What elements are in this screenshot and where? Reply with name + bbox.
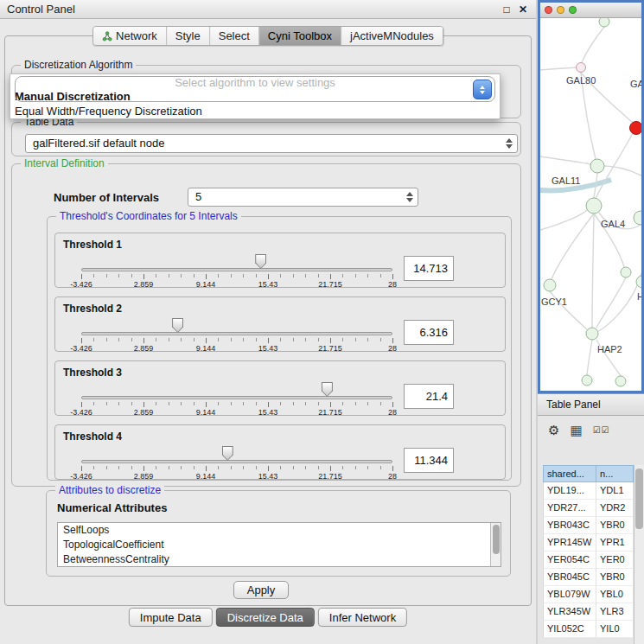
network-node[interactable] [544, 279, 556, 291]
network-edge[interactable] [582, 27, 604, 62]
table-cell: YPR1 [596, 534, 634, 552]
algorithm-option[interactable]: Manual Discretization [10, 89, 500, 104]
slider-thumb[interactable] [222, 446, 233, 461]
table-data-combo[interactable]: galFiltered.sif default node [25, 134, 518, 153]
apply-button[interactable]: Apply [233, 581, 289, 599]
threshold-3-value[interactable]: 21.4 [404, 384, 454, 409]
slider-track[interactable] [81, 268, 392, 271]
slider-thumb[interactable] [172, 318, 183, 333]
network-edge[interactable] [597, 273, 641, 332]
network-edge[interactable] [540, 156, 590, 164]
tab-label: Infer Network [329, 611, 396, 624]
slider-track[interactable] [81, 396, 392, 399]
table-row[interactable]: YBR043CYBR0 [543, 517, 644, 534]
table-row[interactable]: YBR045CYBR0 [543, 569, 644, 586]
threshold-3-slider[interactable]: -3.4262.8599.14415.4321.71528 [81, 361, 392, 417]
network-node[interactable] [586, 328, 598, 340]
table-row[interactable]: YPR145WYPR1 [543, 534, 644, 552]
network-edge[interactable] [604, 166, 641, 175]
threshold-1-value[interactable]: 14.713 [404, 256, 454, 281]
minimize-traffic-light[interactable] [557, 6, 564, 14]
tab-select[interactable]: Select [209, 27, 258, 45]
network-node[interactable] [586, 198, 602, 214]
slider-track[interactable] [81, 460, 392, 463]
table-header-row: shared...n... [543, 465, 644, 482]
network-edge[interactable] [540, 210, 587, 230]
list-item[interactable]: SelfLoops [58, 523, 501, 538]
table-cell: YDL1 [596, 482, 634, 500]
scrollbar-thumb[interactable] [493, 525, 500, 554]
algorithm-option[interactable]: Equal Width/Frequency Discretization [10, 104, 500, 118]
numerical-attributes-label: Numerical Attributes [57, 501, 167, 514]
network-edge[interactable] [540, 67, 576, 70]
list-item[interactable]: BetweennessCentrality [58, 552, 501, 567]
network-edge[interactable] [592, 214, 594, 328]
column-header[interactable]: n... [596, 465, 634, 482]
network-window-titlebar[interactable] [540, 3, 641, 18]
tab-label: Style [175, 29, 201, 42]
numerical-attributes-list[interactable]: SelfLoopsTopologicalCoefficientBetweenne… [57, 522, 501, 567]
bottom-tabbar: Impute DataDiscretize DataInfer Network [129, 608, 407, 627]
tab-jactivemnodules[interactable]: jActiveMNodules [341, 27, 443, 45]
threshold-2-value[interactable]: 6.316 [404, 320, 454, 345]
tab-infer-network[interactable]: Infer Network [318, 608, 407, 627]
slider-track[interactable] [81, 332, 392, 335]
num-intervals-combo[interactable]: 5 [188, 188, 418, 207]
table-scrollbar[interactable] [634, 465, 644, 644]
slider-thumb[interactable] [255, 254, 266, 269]
float-panel-icon[interactable]: □ [500, 0, 513, 19]
tab-label: Cyni Toolbox [268, 29, 332, 42]
network-edge[interactable] [552, 214, 594, 279]
threshold-4-value[interactable]: 11.344 [404, 448, 454, 473]
table-row[interactable]: YER054CYER0 [543, 552, 644, 569]
zoom-traffic-light[interactable] [569, 6, 577, 14]
thresholds-legend: Threshold's Coordinates for 5 Intervals [56, 210, 241, 222]
table-row[interactable]: YDL19...YDL1 [543, 482, 644, 500]
threshold-1-slider[interactable]: -3.4262.8599.14415.4321.71528 [81, 233, 392, 289]
network-node[interactable] [634, 211, 641, 225]
network-canvas[interactable]: GAL80GAGAL11GAL4GCY1HAP2H [540, 18, 641, 391]
close-panel-icon[interactable]: ✕ [516, 0, 530, 19]
table-rows: YDL19...YDL1YDR27...YDR2YBR043CYBR0YPR14… [543, 482, 644, 638]
control-panel-titlebar[interactable]: Control Panel □ ✕ [0, 0, 536, 19]
table-cell: YIL0 [596, 621, 634, 638]
network-node[interactable] [582, 375, 592, 386]
tab-discretize-data[interactable]: Discretize Data [216, 608, 315, 627]
interval-definition-group: Interval Definition Number of Intervals … [11, 163, 521, 487]
close-traffic-light[interactable] [545, 6, 552, 14]
network-node[interactable] [615, 376, 626, 386]
table-row[interactable]: YIL052CYIL0 [543, 621, 644, 638]
app: Control Panel □ ✕ NetworkStyleSelectCyni… [0, 0, 644, 644]
num-intervals-label: Number of Intervals [54, 191, 159, 204]
control-panel-body: Discretization Algorithm Select algorith… [4, 35, 532, 606]
tab-style[interactable]: Style [166, 27, 209, 45]
slider-thumb[interactable] [322, 382, 333, 397]
table-row[interactable]: YLR345WYLR3 [543, 603, 644, 621]
gear-icon[interactable]: ⚙ [548, 423, 559, 438]
select-columns-icon[interactable]: ☑☑ [593, 423, 610, 438]
network-edge[interactable] [596, 277, 626, 328]
threshold-4-slider[interactable]: -3.4262.8599.14415.4321.71528 [81, 425, 392, 481]
network-node[interactable] [590, 159, 604, 173]
combo-dropdown-button[interactable] [473, 80, 492, 99]
tab-network[interactable]: Network [93, 27, 166, 45]
stepper-icon [406, 192, 413, 202]
column-header[interactable]: shared... [543, 465, 596, 482]
table-row[interactable]: YDR27...YDR2 [543, 500, 644, 517]
table-cell: YLR345W [543, 603, 596, 621]
list-item[interactable]: TopologicalCoefficient [58, 538, 501, 552]
network-node[interactable] [577, 63, 586, 73]
table-row[interactable]: YBL079WYBL0 [543, 586, 644, 603]
tab-impute-data[interactable]: Impute Data [129, 608, 213, 627]
num-intervals-value: 5 [188, 188, 418, 206]
network-edge[interactable] [587, 340, 592, 375]
list-scrollbar[interactable] [490, 523, 501, 566]
network-node[interactable] [630, 122, 642, 135]
network-node[interactable] [621, 267, 631, 277]
scrollbar-thumb[interactable] [635, 469, 643, 529]
table-panel-header[interactable]: Table Panel [538, 393, 644, 416]
tab-cyni-toolbox[interactable]: Cyni Toolbox [258, 27, 341, 45]
threshold-2-slider[interactable]: -3.4262.8599.14415.4321.71528 [81, 297, 392, 353]
columns-icon[interactable]: ▦ [570, 423, 582, 438]
network-node[interactable] [599, 18, 609, 27]
